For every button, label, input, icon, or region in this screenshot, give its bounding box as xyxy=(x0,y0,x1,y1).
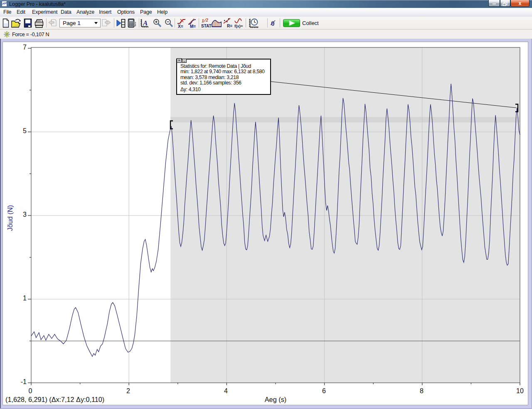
svg-text:10: 10 xyxy=(516,387,524,394)
svg-text:1: 1 xyxy=(23,295,27,302)
svg-text:7: 7 xyxy=(23,44,27,51)
svg-text:Jõud (N): Jõud (N) xyxy=(6,205,14,231)
svg-text:0: 0 xyxy=(29,387,32,394)
svg-text:5: 5 xyxy=(23,127,27,134)
svg-text:6: 6 xyxy=(322,387,326,394)
svg-text:8: 8 xyxy=(420,387,424,394)
svg-text:Aeg (s): Aeg (s) xyxy=(265,396,286,403)
svg-text:-1: -1 xyxy=(21,378,27,385)
svg-text:3: 3 xyxy=(23,211,27,218)
svg-text:4: 4 xyxy=(224,387,228,394)
svg-text:2: 2 xyxy=(126,387,130,394)
